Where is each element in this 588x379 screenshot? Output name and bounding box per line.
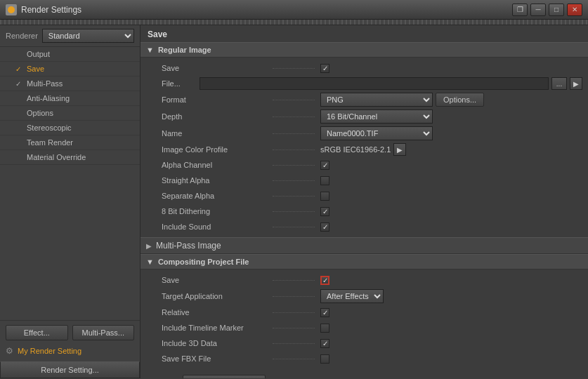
fbx-label: Save FBX File bbox=[162, 354, 267, 363]
check-multipass: ✓ bbox=[14, 79, 22, 88]
dithering-row: 8 Bit Dithering bbox=[141, 204, 588, 219]
sidebar-item-label: Stereoscopic bbox=[27, 124, 72, 132]
gear-icon: ⚙ bbox=[6, 346, 13, 356]
timeline-marker-label: Include Timeline Marker bbox=[162, 324, 267, 332]
separate-alpha-row: Separate Alpha bbox=[141, 188, 588, 204]
sidebar-item-output[interactable]: Output bbox=[0, 47, 140, 62]
alpha-channel-checkbox[interactable] bbox=[320, 161, 329, 170]
check-stereoscopic bbox=[14, 124, 22, 132]
multipass-label: Multi-Pass Image bbox=[156, 241, 221, 251]
relative-value bbox=[320, 308, 329, 317]
regular-image-label: Regular Image bbox=[158, 46, 211, 54]
restore-button[interactable]: ❐ bbox=[512, 4, 528, 16]
format-select[interactable]: PNG bbox=[320, 93, 433, 107]
save-row: Save bbox=[141, 60, 588, 76]
regular-image-body: Save File... ... ▶ Format PNG bbox=[141, 58, 588, 237]
format-value: PNG Options... bbox=[320, 93, 484, 107]
dots-fbx bbox=[273, 359, 315, 359]
save-project-file-button[interactable]: Save Project File... bbox=[183, 375, 266, 378]
dots-format bbox=[273, 100, 315, 100]
relative-label: Relative bbox=[162, 308, 267, 317]
3ddata-label: Include 3D Data bbox=[162, 339, 267, 347]
my-render-label: My Render Setting bbox=[18, 347, 81, 355]
minimize-button[interactable]: ─ bbox=[530, 4, 546, 16]
sidebar-item-multipass[interactable]: ✓ Multi-Pass bbox=[0, 77, 140, 91]
icp-value: sRGB IEC61966-2.1 ▶ bbox=[320, 143, 406, 156]
dithering-checkbox[interactable] bbox=[320, 207, 329, 216]
sidebar-item-save[interactable]: ✓ Save bbox=[0, 62, 140, 77]
sidebar-item-materialoverride[interactable]: Material Override bbox=[0, 150, 140, 165]
maximize-button[interactable]: □ bbox=[549, 4, 564, 16]
multipass-section-header[interactable]: ▶ Multi-Pass Image bbox=[141, 237, 588, 254]
straight-alpha-row: Straight Alpha bbox=[141, 173, 588, 188]
check-teamrender bbox=[14, 138, 22, 147]
relative-checkbox[interactable] bbox=[320, 308, 329, 317]
name-value: Name0000.TIF bbox=[320, 126, 433, 140]
timeline-marker-value bbox=[320, 324, 329, 333]
target-app-value: After Effects bbox=[320, 289, 384, 303]
icp-arrow-button[interactable]: ▶ bbox=[393, 143, 406, 156]
sidebar-bottom: Effect... Multi-Pass... ⚙ My Render Sett… bbox=[0, 320, 140, 361]
save-project-btn-row: Save Project File... bbox=[141, 366, 588, 378]
window-controls: ❐ ─ □ ✕ bbox=[512, 4, 582, 16]
renderer-row: Renderer Standard bbox=[0, 25, 140, 47]
straight-alpha-checkbox[interactable] bbox=[320, 176, 329, 185]
name-label: Name bbox=[162, 129, 267, 138]
fbx-checkbox[interactable] bbox=[320, 354, 329, 364]
3ddata-checkbox[interactable] bbox=[320, 339, 329, 348]
file-input[interactable] bbox=[200, 77, 549, 90]
comp-save-label: Save bbox=[162, 276, 267, 284]
dots-dithering bbox=[273, 211, 315, 212]
compositing-section-header[interactable]: ▼ Compositing Project File bbox=[141, 254, 588, 270]
depth-select[interactable]: 16 Bit/Channel bbox=[320, 109, 433, 124]
render-setting-button[interactable]: Render Setting... bbox=[0, 361, 140, 378]
sidebar-item-options[interactable]: Options bbox=[0, 106, 140, 121]
fbx-value bbox=[320, 354, 329, 364]
name-select[interactable]: Name0000.TIF bbox=[320, 126, 433, 140]
separate-alpha-checkbox[interactable] bbox=[320, 192, 329, 201]
save-checkbox[interactable] bbox=[320, 64, 329, 73]
sidebar-item-label: Save bbox=[27, 65, 44, 73]
renderer-select[interactable]: Standard bbox=[42, 29, 134, 43]
close-button[interactable]: ✕ bbox=[567, 4, 582, 16]
dots-separate-alpha bbox=[273, 196, 315, 197]
sidebar-item-label: Options bbox=[27, 109, 53, 117]
depth-value: 16 Bit/Channel bbox=[320, 109, 433, 124]
save-label: Save bbox=[162, 64, 267, 72]
app-icon bbox=[6, 4, 17, 15]
dots-include-sound bbox=[273, 227, 315, 227]
icp-row: Image Color Profile sRGB IEC61966-2.1 ▶ bbox=[141, 142, 588, 157]
dots-timeline-marker bbox=[273, 328, 315, 328]
regular-image-section-header[interactable]: ▼ Regular Image bbox=[141, 42, 588, 58]
target-app-select[interactable]: After Effects bbox=[320, 289, 384, 303]
comp-save-row: Save bbox=[141, 272, 588, 288]
multipass-button[interactable]: Multi-Pass... bbox=[72, 325, 135, 340]
sidebar-item-stereoscopic[interactable]: Stereoscopic bbox=[0, 121, 140, 135]
timeline-marker-checkbox[interactable] bbox=[320, 324, 329, 333]
effect-button[interactable]: Effect... bbox=[6, 325, 68, 340]
include-sound-checkbox[interactable] bbox=[320, 222, 329, 232]
fbx-row: Save FBX File bbox=[141, 351, 588, 366]
sidebar-item-label: Multi-Pass bbox=[27, 79, 63, 88]
panel-header: Save bbox=[141, 25, 588, 42]
dots-target-app bbox=[273, 296, 315, 297]
dots-relative bbox=[273, 312, 315, 313]
comp-save-checkbox[interactable] bbox=[320, 276, 329, 285]
nav-list: Output ✓ Save ✓ Multi-Pass Anti-Aliasing… bbox=[0, 47, 140, 320]
dots-straight-alpha bbox=[273, 180, 315, 181]
straight-alpha-label: Straight Alpha bbox=[162, 176, 267, 185]
dots-alpha bbox=[273, 165, 315, 166]
arrow-button[interactable]: ▶ bbox=[570, 77, 582, 90]
options-button[interactable]: Options... bbox=[436, 93, 484, 107]
chevron-right-icon: ▶ bbox=[146, 242, 152, 250]
3ddata-row: Include 3D Data bbox=[141, 335, 588, 351]
title-bar: Render Settings ❐ ─ □ ✕ bbox=[0, 0, 588, 20]
comp-save-value bbox=[320, 276, 329, 285]
target-app-label: Target Application bbox=[162, 292, 267, 300]
browse-button[interactable]: ... bbox=[551, 77, 567, 90]
compositing-body: Save Target Application After Effects Re… bbox=[141, 270, 588, 378]
sidebar-item-teamrender[interactable]: Team Render bbox=[0, 135, 140, 150]
format-row: Format PNG Options... bbox=[141, 91, 588, 108]
sidebar-item-antialiasing[interactable]: Anti-Aliasing bbox=[0, 91, 140, 106]
main-layout: Renderer Standard Output ✓ Save ✓ Multi-… bbox=[0, 25, 588, 378]
